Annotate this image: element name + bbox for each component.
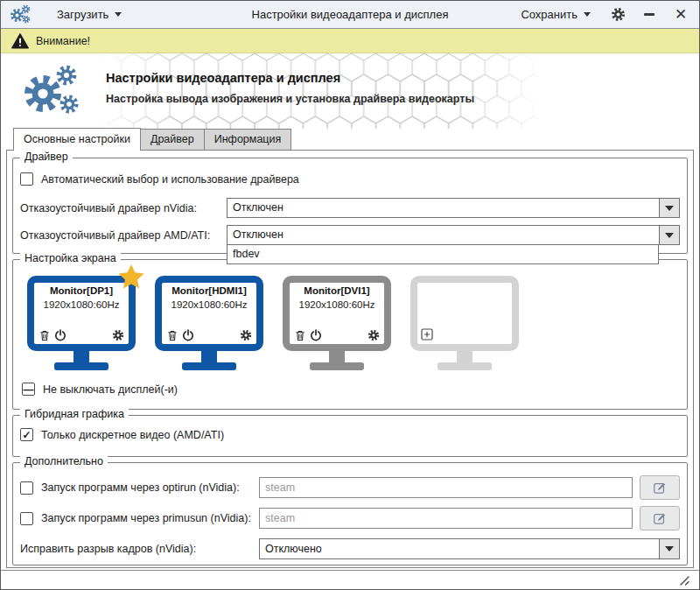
primusun-input[interactable] — [259, 508, 633, 529]
page-header: Настройки видеоадаптера и дисплея Настро… — [1, 53, 699, 129]
driver-group-legend: Драйвер — [20, 151, 73, 163]
delete-monitor-icon[interactable] — [294, 329, 306, 341]
monitor-stand — [329, 351, 345, 362]
optirun-label: Запуск программ через optirun (nVidia): — [41, 481, 240, 494]
chevron-down-icon — [665, 233, 674, 238]
nvidia-failsafe-label: Отказоустойчивый драйвер nVidia: — [20, 202, 227, 214]
tab-panel: Драйвер Автоматический выбор и использов… — [6, 150, 694, 568]
amd-failsafe-label: Отказоустойчивый драйвер AMD/ATI: — [20, 229, 227, 242]
header-title: Настройки видеоадаптера и дисплея — [106, 71, 474, 85]
tearing-row: Исправить разрыв кадров (nVidia): Отключ… — [20, 537, 680, 561]
monitor-base — [54, 362, 108, 370]
nvidia-failsafe-row: Отказоустойчивый драйвер nVidia: Отключе… — [20, 198, 680, 218]
delete-monitor-icon[interactable] — [166, 329, 178, 341]
power-monitor-icon[interactable] — [54, 329, 66, 341]
monitor-settings-icon[interactable] — [240, 329, 252, 341]
primusun-checkbox[interactable] — [20, 512, 33, 525]
minimize-button[interactable] — [640, 5, 659, 25]
close-button[interactable]: ✕ — [671, 5, 690, 25]
screen-group-legend: Настройка экрана — [20, 252, 121, 264]
header-subtitle: Настройка вывода изображения и установка… — [106, 93, 474, 105]
discrete-only-label: Только дискретное видео (AMD/ATI) — [41, 429, 224, 441]
load-dropdown-button[interactable]: Загрузить — [52, 4, 127, 25]
monitor-settings-icon[interactable] — [112, 329, 124, 341]
keep-display-on-label: Не выключать дисплей(-и) — [43, 383, 178, 396]
tab-main-settings[interactable]: Основные настройки — [13, 128, 141, 150]
amd-failsafe-row: Отказоустойчивый драйвер AMD/ATI: Отключ… — [20, 225, 680, 245]
delete-monitor-icon[interactable] — [38, 329, 51, 341]
primusun-edit-button[interactable] — [640, 506, 680, 530]
tab-information[interactable]: Информация — [204, 129, 292, 150]
nvidia-failsafe-value: Отключен — [228, 199, 679, 217]
load-button-label: Загрузить — [57, 8, 108, 21]
optirun-input[interactable] — [259, 477, 633, 498]
discrete-only-checkbox[interactable]: ✓ — [20, 428, 33, 441]
warning-bar: Внимание! — [1, 29, 699, 53]
tearing-label: Исправить разрыв кадров (nVidia): — [20, 543, 259, 555]
monitor-card-hdmi1[interactable]: Monitor[HDMI1] 1920x1080:60Hz — [155, 276, 263, 370]
hex-fade-right — [465, 53, 543, 129]
auto-driver-row: Автоматический выбор и использование дра… — [20, 172, 680, 186]
dropdown-arrow-button[interactable] — [659, 226, 679, 244]
monitor-resolution: 1920x1080:60Hz — [293, 299, 381, 310]
power-monitor-icon[interactable] — [182, 329, 194, 341]
monitor-base — [438, 362, 492, 370]
warning-text: Внимание! — [36, 35, 90, 47]
hybrid-graphics-group: Гибридная графика ✓ Только дискретное ви… — [12, 415, 688, 457]
save-dropdown-button[interactable]: Сохранить — [515, 4, 596, 25]
gear-icon — [611, 7, 626, 22]
settings-button[interactable] — [608, 5, 627, 25]
primusun-row: Запуск программ через primusun (nVidia): — [20, 506, 680, 530]
chevron-down-icon — [584, 12, 591, 17]
chevron-down-icon — [665, 206, 674, 211]
edit-pencil-icon — [653, 511, 667, 525]
edit-pencil-icon — [653, 481, 667, 495]
dropdown-arrow-button[interactable] — [659, 199, 679, 217]
discrete-only-row: ✓ Только дискретное видео (AMD/ATI) — [20, 428, 680, 441]
auto-driver-label: Автоматический выбор и использование дра… — [41, 173, 299, 186]
app-gears-icon — [10, 4, 32, 25]
optirun-checkbox[interactable] — [20, 481, 33, 495]
amd-failsafe-value: Отключен — [228, 226, 679, 244]
monitor-stand — [457, 351, 472, 362]
monitor-base — [182, 362, 236, 370]
tearing-value: Отключено — [260, 539, 679, 558]
tearing-select[interactable]: Отключено — [259, 538, 680, 559]
hybrid-group-legend: Гибридная графика — [20, 408, 129, 420]
monitor-resolution: 1920x1080:60Hz — [38, 299, 125, 310]
screen-group: Настройка экрана Monitor[DP1] 1920x1080:… — [12, 259, 688, 410]
title-bar: Загрузить Настройки видеоадаптера и дисп… — [1, 1, 699, 29]
monitor-settings-icon[interactable] — [368, 329, 380, 341]
extra-group-legend: Дополнительно — [20, 455, 108, 467]
monitor-name: Monitor[DVI1] — [293, 285, 381, 296]
optirun-edit-button[interactable] — [640, 475, 680, 500]
dropdown-arrow-button[interactable] — [659, 539, 679, 558]
resize-grip[interactable] — [678, 574, 692, 586]
amd-failsafe-dropdown-list: fbdev — [227, 244, 659, 264]
tab-driver[interactable]: Драйвер — [140, 129, 205, 150]
monitor-resolution: 1920x1080:60Hz — [165, 299, 253, 310]
monitor-card-dvi1[interactable]: Monitor[DVI1] 1920x1080:60Hz — [283, 276, 391, 370]
add-monitor-icon[interactable] — [421, 328, 433, 341]
driver-group: Драйвер Автоматический выбор и использов… — [12, 158, 688, 254]
optirun-row: Запуск программ через optirun (nVidia): — [20, 475, 680, 500]
auto-driver-checkbox[interactable] — [20, 172, 33, 186]
amd-failsafe-select[interactable]: Отключен fbdev — [227, 225, 680, 245]
monitor-stand — [74, 351, 89, 362]
chevron-down-icon — [115, 12, 122, 17]
power-monitor-icon[interactable] — [310, 329, 322, 341]
nvidia-failsafe-select[interactable]: Отключен — [227, 198, 680, 218]
tab-bar: Основные настройки Драйвер Информация — [1, 129, 699, 150]
dropdown-option-fbdev[interactable]: fbdev — [228, 245, 658, 263]
keep-display-on-checkbox[interactable]: — — [22, 383, 35, 396]
monitor-card-add-slot[interactable] — [410, 276, 519, 370]
primary-star-icon — [117, 263, 145, 291]
app-window: Загрузить Настройки видеоадаптера и дисп… — [0, 0, 700, 590]
monitor-base — [310, 362, 364, 370]
header-gears-icon — [22, 64, 95, 118]
minimize-icon — [644, 13, 654, 16]
close-icon: ✕ — [675, 7, 687, 22]
monitor-card-dp1[interactable]: Monitor[DP1] 1920x1080:60Hz — [27, 276, 136, 370]
extra-group: Дополнительно Запуск программ через opti… — [12, 462, 688, 565]
warning-icon — [11, 33, 29, 49]
